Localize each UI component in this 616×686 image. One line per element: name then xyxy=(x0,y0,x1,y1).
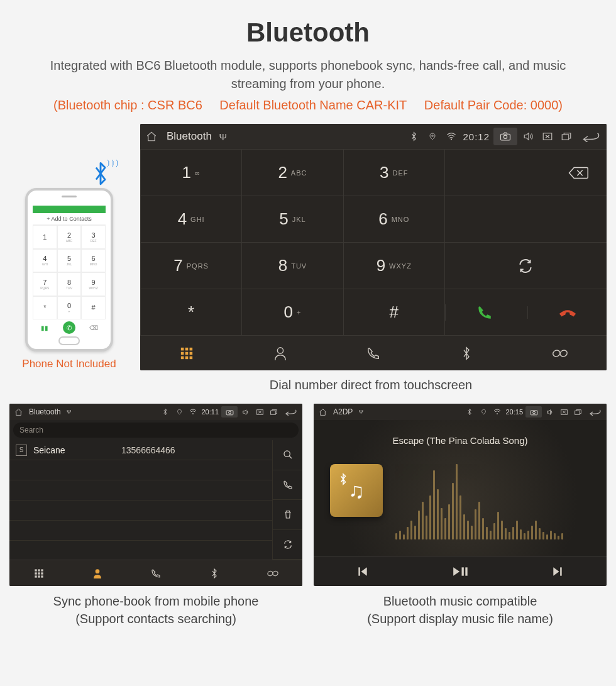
sync-icon[interactable] xyxy=(272,530,302,560)
close-app-icon[interactable] xyxy=(540,131,555,141)
svg-rect-22 xyxy=(270,411,275,414)
redial-button[interactable] xyxy=(444,242,607,289)
dial-key-3[interactable]: 3DEF xyxy=(343,149,444,196)
tab-recents[interactable] xyxy=(327,336,420,370)
music-caption: Bluetooth music compatible(Support displ… xyxy=(314,592,607,628)
music-note-icon: ♫ xyxy=(348,479,365,503)
svg-rect-13 xyxy=(185,356,189,359)
tab-contacts[interactable] xyxy=(233,336,326,370)
home-icon[interactable] xyxy=(144,131,159,142)
screenshot-icon[interactable] xyxy=(221,406,238,418)
search-icon[interactable] xyxy=(272,440,302,470)
dial-key-4[interactable]: 4GHI xyxy=(140,196,241,242)
svg-rect-29 xyxy=(41,572,43,574)
page-title: Bluetooth xyxy=(9,18,607,48)
home-icon[interactable] xyxy=(13,408,24,416)
phone-not-included-label: Phone Not Included xyxy=(9,358,129,370)
page-subtitle: Integrated with BC6 Bluetooth module, su… xyxy=(9,57,607,93)
recent-apps-icon[interactable] xyxy=(559,131,574,141)
svg-rect-11 xyxy=(190,351,193,355)
back-icon[interactable] xyxy=(586,408,603,416)
dial-key-1[interactable]: 1∞ xyxy=(140,149,241,196)
clock: 20:11 xyxy=(201,408,219,416)
svg-rect-5 xyxy=(562,135,569,140)
recent-apps-icon[interactable] xyxy=(572,409,583,416)
svg-point-38 xyxy=(532,411,535,414)
svg-point-23 xyxy=(284,451,290,456)
wifi-icon xyxy=(492,409,503,415)
svg-rect-6 xyxy=(181,347,184,350)
svg-rect-12 xyxy=(181,356,184,359)
tab-dialpad[interactable] xyxy=(140,336,233,370)
dial-key-6[interactable]: 6MNO xyxy=(343,196,444,242)
dial-key-2[interactable]: 2ABC xyxy=(241,149,343,196)
dial-key-7[interactable]: 7PQRS xyxy=(140,242,241,289)
back-icon[interactable] xyxy=(282,408,299,416)
svg-rect-10 xyxy=(185,351,189,355)
tab-pair[interactable] xyxy=(244,560,302,586)
svg-rect-8 xyxy=(190,347,193,350)
svg-rect-27 xyxy=(35,572,36,574)
svg-rect-44 xyxy=(560,567,562,575)
dial-key-9[interactable]: 9WXYZ xyxy=(343,242,444,289)
music-screen: A2DP Ψ 20:15 Escape (The Pina Colada Son… xyxy=(314,404,607,586)
wifi-icon xyxy=(444,132,459,141)
contact-row[interactable]: SSeicane13566664466 xyxy=(9,440,272,460)
song-title: Escape (The Pina Colada Song) xyxy=(392,435,527,446)
dial-key-5[interactable]: 5JKL xyxy=(241,196,343,242)
svg-point-20 xyxy=(228,411,231,414)
answer-button[interactable] xyxy=(445,304,524,321)
volume-icon[interactable] xyxy=(240,409,251,416)
close-app-icon[interactable] xyxy=(558,409,569,416)
svg-point-16 xyxy=(552,349,561,358)
call-icon[interactable] xyxy=(272,470,302,501)
dial-key-0[interactable]: 0+ xyxy=(241,289,343,335)
svg-rect-28 xyxy=(38,572,40,574)
svg-rect-24 xyxy=(35,569,36,571)
svg-rect-31 xyxy=(38,575,40,577)
tab-pair[interactable] xyxy=(514,336,607,370)
bluetooth-status-icon xyxy=(464,408,475,416)
svg-point-17 xyxy=(559,349,568,358)
play-pause-button[interactable] xyxy=(411,556,509,586)
close-app-icon[interactable] xyxy=(254,409,265,416)
svg-rect-40 xyxy=(575,411,580,414)
dial-key-*[interactable]: * xyxy=(140,289,241,335)
home-icon[interactable] xyxy=(317,408,328,416)
tab-contacts[interactable] xyxy=(68,560,126,586)
tab-bluetooth[interactable] xyxy=(185,560,244,586)
usb-icon: Ψ xyxy=(355,409,366,415)
dial-key-#[interactable]: # xyxy=(343,289,444,335)
bluetooth-status-icon xyxy=(160,408,171,416)
recent-apps-icon[interactable] xyxy=(268,409,279,416)
svg-rect-26 xyxy=(41,569,43,571)
tab-recents[interactable] xyxy=(126,560,185,586)
usb-icon: Ψ xyxy=(216,131,231,142)
search-input[interactable]: Search xyxy=(13,423,299,438)
status-bar: A2DP Ψ 20:15 xyxy=(314,404,607,420)
volume-icon[interactable] xyxy=(521,131,536,141)
back-icon[interactable] xyxy=(578,131,603,142)
prev-track-button[interactable] xyxy=(314,556,411,586)
wifi-icon xyxy=(187,409,199,415)
svg-point-1 xyxy=(451,139,452,140)
bluetooth-icon xyxy=(339,473,348,485)
volume-icon[interactable] xyxy=(544,409,556,416)
tab-bluetooth[interactable] xyxy=(420,336,513,370)
screenshot-icon[interactable] xyxy=(493,128,517,145)
svg-point-35 xyxy=(272,570,278,577)
next-track-button[interactable] xyxy=(509,556,607,586)
dial-key-8[interactable]: 8TUV xyxy=(241,242,343,289)
equalizer-graphic xyxy=(395,458,594,539)
contacts-caption: Sync phone-book from mobile phone(Suppor… xyxy=(9,592,302,628)
svg-rect-25 xyxy=(38,569,40,571)
clock: 20:15 xyxy=(505,408,523,416)
tab-dialpad[interactable] xyxy=(9,560,68,586)
phone-mockup: + Add to Contacts 12ABC3DEF4GHI5JKL6MNO7… xyxy=(25,188,113,351)
backspace-button[interactable] xyxy=(444,149,607,196)
bluetooth-status-icon xyxy=(406,131,421,141)
hangup-button[interactable] xyxy=(527,306,607,319)
delete-icon[interactable] xyxy=(272,500,302,530)
screenshot-icon[interactable] xyxy=(525,406,542,418)
album-art: ♫ xyxy=(330,464,383,517)
